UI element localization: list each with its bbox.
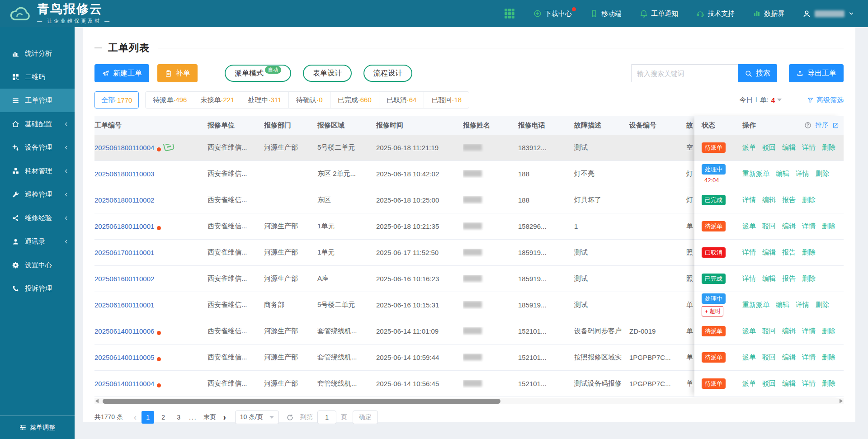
form-design-button[interactable]: 表单设计	[303, 65, 352, 82]
action-link-删除[interactable]: 删除	[802, 248, 816, 257]
topbar-item-移动端[interactable]: 移动端	[590, 9, 622, 18]
tab-已取消[interactable]: 已取消·64	[387, 96, 417, 104]
tab-未接单[interactable]: 未接单·221	[200, 96, 234, 104]
flow-design-button[interactable]: 流程设计	[363, 65, 412, 82]
action-link-派单[interactable]: 派单	[742, 222, 756, 231]
scroll-right-arrow-icon[interactable]	[840, 399, 843, 403]
per-page-select[interactable]: 10 条/页	[235, 411, 279, 424]
sort-edit-icon[interactable]	[832, 122, 839, 129]
sidebar-item-投诉管理[interactable]: 投诉管理	[0, 277, 75, 300]
action-link-编辑[interactable]: 编辑	[776, 301, 789, 309]
action-link-删除[interactable]: 删除	[822, 379, 835, 388]
action-link-详情[interactable]: 详情	[802, 143, 816, 152]
goto-page-input[interactable]	[317, 411, 336, 424]
action-link-删除[interactable]: 删除	[822, 327, 835, 335]
scrollbar-thumb[interactable]	[103, 399, 500, 404]
action-link-详情[interactable]: 详情	[796, 170, 809, 178]
action-link-详情[interactable]: 详情	[796, 301, 809, 309]
action-link-驳回[interactable]: 驳回	[762, 379, 776, 388]
action-link-详情[interactable]: 详情	[802, 327, 816, 335]
action-link-删除[interactable]: 删除	[822, 353, 835, 362]
order-link[interactable]: 2025061400110006	[94, 327, 154, 335]
action-link-删除[interactable]: 删除	[802, 274, 816, 283]
help-icon[interactable]	[804, 122, 811, 129]
refresh-icon[interactable]	[286, 414, 294, 421]
search-button[interactable]: 搜索	[738, 64, 777, 82]
action-link-删除[interactable]: 删除	[822, 222, 835, 231]
action-link-删除[interactable]: 删除	[802, 196, 816, 204]
sidebar-item-二维码[interactable]: 二维码	[0, 65, 75, 89]
action-link-编辑[interactable]: 编辑	[782, 222, 796, 231]
order-link[interactable]: 2025061800110003	[94, 170, 154, 178]
order-link[interactable]: 2025061600110001	[94, 301, 154, 309]
action-link-派单[interactable]: 派单	[742, 143, 756, 152]
advanced-filter-button[interactable]: 高级筛选	[807, 96, 844, 104]
action-link-编辑[interactable]: 编辑	[782, 379, 796, 388]
action-link-派单[interactable]: 派单	[742, 353, 756, 362]
new-order-button[interactable]: 新建工单	[94, 64, 149, 82]
order-link[interactable]: 2025061800110001	[94, 222, 154, 230]
topbar-item-下载中心[interactable]: 下载中心	[533, 9, 572, 18]
action-link-编辑[interactable]: 编辑	[762, 196, 776, 204]
order-link[interactable]: 2025061700110001	[94, 249, 154, 256]
page-button-1[interactable]: 1	[142, 411, 154, 424]
topbar-item-数据屏[interactable]: 数据屏	[753, 9, 784, 18]
action-link-派单[interactable]: 派单	[742, 379, 756, 388]
sidebar-item-设备管理[interactable]: 设备管理	[0, 136, 75, 159]
action-link-详情[interactable]: 详情	[742, 196, 756, 204]
action-link-编辑[interactable]: 编辑	[782, 143, 796, 152]
action-link-详情[interactable]: 详情	[802, 353, 816, 362]
action-link-重新派单[interactable]: 重新派单	[742, 170, 769, 178]
action-link-驳回[interactable]: 驳回	[762, 327, 776, 335]
sort-link[interactable]: 排序	[816, 121, 828, 129]
action-link-驳回[interactable]: 驳回	[762, 353, 776, 362]
tab-已驳回[interactable]: 已驳回·18	[431, 96, 462, 104]
sidebar-item-巡检管理[interactable]: 巡检管理	[0, 183, 75, 206]
scroll-left-arrow-icon[interactable]	[95, 399, 99, 403]
order-link[interactable]: 2025061800110004	[94, 144, 154, 151]
action-link-详情[interactable]: 详情	[802, 222, 816, 231]
tab-待派单[interactable]: 待派单·496	[153, 96, 187, 104]
action-link-报告[interactable]: 报告	[782, 274, 796, 283]
last-page-button[interactable]: 末页	[200, 413, 220, 421]
confirm-button[interactable]: 确定	[353, 411, 378, 424]
order-link[interactable]: 2025061400110005	[94, 354, 154, 361]
tab-处理中[interactable]: 处理中·311	[248, 96, 281, 104]
supplement-order-button[interactable]: 补单	[157, 64, 198, 82]
topbar-item-技术支持[interactable]: 技术支持	[696, 9, 735, 18]
sidebar-item-基础配置[interactable]: 基础配置	[0, 112, 75, 136]
sidebar-item-统计分析[interactable]: 统计分析	[0, 42, 75, 65]
action-link-编辑[interactable]: 编辑	[762, 274, 776, 283]
action-link-派单[interactable]: 派单	[742, 327, 756, 335]
sidebar-item-维修经验[interactable]: 维修经验	[0, 206, 75, 230]
apps-grid-icon[interactable]	[504, 8, 515, 19]
action-link-重新派单[interactable]: 重新派单	[742, 301, 769, 309]
sidebar-item-工单管理[interactable]: 工单管理	[0, 89, 75, 112]
tab-all[interactable]: 全部·1770	[94, 91, 139, 109]
sidebar-item-耗材管理[interactable]: 耗材管理	[0, 159, 75, 183]
action-link-驳回[interactable]: 驳回	[762, 143, 776, 152]
search-input[interactable]	[631, 64, 738, 82]
page-button-3[interactable]: 3	[172, 411, 185, 424]
action-link-编辑[interactable]: 编辑	[782, 353, 796, 362]
horizontal-scrollbar[interactable]	[94, 398, 844, 404]
action-link-报告[interactable]: 报告	[782, 248, 796, 257]
sidebar-item-设置中心[interactable]: 设置中心	[0, 253, 75, 277]
export-orders-button[interactable]: 导出工单	[789, 64, 844, 82]
action-link-编辑[interactable]: 编辑	[762, 248, 776, 257]
action-link-删除[interactable]: 删除	[822, 143, 835, 152]
page-button-2[interactable]: 2	[157, 411, 170, 424]
action-link-详情[interactable]: 详情	[742, 274, 756, 283]
action-link-删除[interactable]: 删除	[816, 301, 829, 309]
dispatch-mode-button[interactable]: 派单模式 自动	[225, 65, 291, 82]
action-link-报告[interactable]: 报告	[782, 196, 796, 204]
action-link-编辑[interactable]: 编辑	[776, 170, 789, 178]
action-link-删除[interactable]: 删除	[816, 170, 829, 178]
action-link-驳回[interactable]: 驳回	[762, 222, 776, 231]
prev-page-button[interactable]: ‹	[130, 413, 140, 422]
topbar-item-工单通知[interactable]: 工单通知	[640, 9, 678, 18]
sidebar-item-通讯录[interactable]: 通讯录	[0, 230, 75, 253]
tab-已完成[interactable]: 已完成·660	[338, 96, 372, 104]
action-link-编辑[interactable]: 编辑	[782, 327, 796, 335]
order-link[interactable]: 2025061600110002	[94, 275, 154, 283]
